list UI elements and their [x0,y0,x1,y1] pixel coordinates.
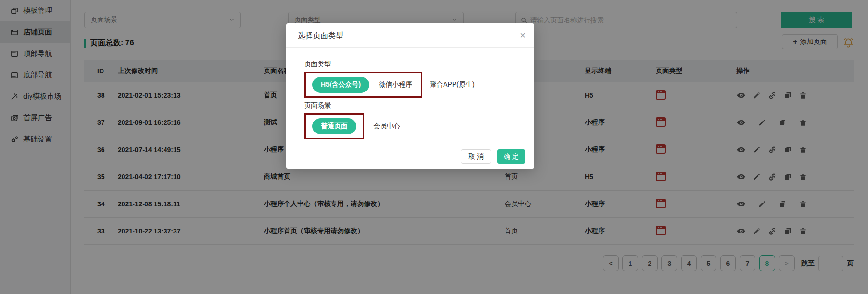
modal-title: 选择页面类型 [298,31,343,40]
option-member-center[interactable]: 会员中心 [373,122,400,131]
confirm-button[interactable]: 确 定 [497,149,525,164]
modal-footer: 取 消 确 定 [286,144,534,169]
option-normal-page-selected[interactable]: 普通页面 [312,118,356,134]
page-type-options: H5(含公众号) 微信小程序 聚合APP(原生) [304,72,525,98]
option-wechat-miniprogram[interactable]: 微信小程序 [379,81,412,89]
close-icon[interactable]: × [520,23,526,48]
annotation-box: H5(含公众号) 微信小程序 [304,72,422,98]
modal-body: 页面类型 H5(含公众号) 微信小程序 聚合APP(原生) 页面场景 普通页面 … [286,48,534,139]
page-scene-options: 普通页面 会员中心 [304,113,525,139]
option-h5-selected[interactable]: H5(含公众号) [312,77,369,93]
page-scene-section-label: 页面场景 [304,101,525,110]
page-type-section-label: 页面类型 [304,60,525,69]
cancel-button[interactable]: 取 消 [461,149,491,164]
annotation-box: 普通页面 [304,113,364,139]
modal-header: 选择页面类型 × [286,23,534,48]
option-app-native[interactable]: 聚合APP(原生) [430,81,474,89]
select-page-type-modal: 选择页面类型 × 页面类型 H5(含公众号) 微信小程序 聚合APP(原生) 页… [286,23,534,169]
page-admin-app: 模板管理 店铺页面 顶部导航 底部导航 diy模板市场 首屏广告 基础设置 页面… [0,0,868,294]
